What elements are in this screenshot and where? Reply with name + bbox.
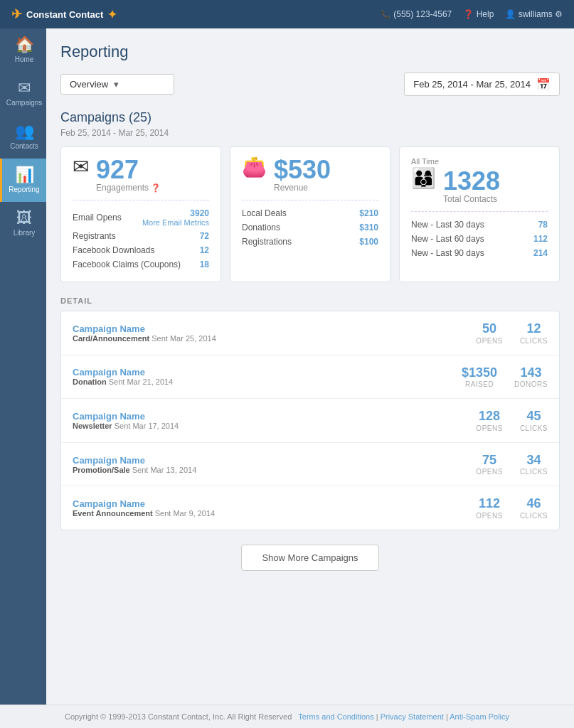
date-range-value: Feb 25, 2014 - Mar 25, 2014 (413, 79, 531, 90)
chevron-down-icon: ▾ (114, 79, 119, 90)
campaign-name-3[interactable]: Campaign Name (73, 455, 196, 466)
campaign-stat-clicks-3: 34 CLICKS (520, 453, 548, 476)
sidebar-item-library[interactable]: 🖼 Library (0, 202, 46, 245)
campaigns-icon: ✉ (18, 80, 31, 96)
logo: ✈ Constant Contact ✦ (11, 6, 117, 22)
main-content: Reporting Overview ▾ Feb 25, 2014 - Mar … (46, 28, 574, 705)
sidebar-label-reporting: Reporting (9, 186, 39, 193)
show-more-wrap: Show More Campaigns (60, 530, 560, 585)
contacts-icon: 👥 (15, 124, 34, 139)
campaign-stat-raised-1: $1350 RAISED (462, 365, 497, 389)
stat-row-local-deals: Local Deals $210 (242, 206, 378, 220)
stat-row-email-opens: Email Opens 3920 More Email Metrics (73, 206, 209, 229)
terms-link[interactable]: Terms and Conditions (298, 712, 373, 721)
stat-row-donations: Donations $310 (242, 220, 378, 235)
header: ✈ Constant Contact ✦ (555) 123-4567 ❓ He… (0, 0, 574, 28)
campaign-stats-1: $1350 RAISED 143 DONORS (462, 365, 548, 389)
campaign-stat-opens-0: 50 OPENS (476, 321, 503, 345)
campaign-stats-4: 112 OPENS 46 CLICKS (476, 496, 548, 520)
revenue-header: 👛 $530 Revenue (242, 157, 378, 193)
toolbar-row: Overview ▾ Feb 25, 2014 - Mar 25, 2014 📅 (60, 73, 560, 96)
stat-card-revenue: 👛 $530 Revenue Local Deals $210 Donation… (230, 146, 390, 282)
header-right: (555) 123-4567 ❓ Help 👤 swilliams ⚙ (381, 9, 563, 19)
sidebar-label-campaigns: Campaigns (6, 99, 43, 107)
stat-row-new-60: New - Last 60 days 112 (411, 232, 548, 246)
campaign-stat-opens-2: 128 OPENS (476, 409, 503, 432)
date-range-picker[interactable]: Feb 25, 2014 - Mar 25, 2014 📅 (404, 73, 560, 96)
sidebar-item-reporting[interactable]: 📊 Reporting (0, 159, 46, 202)
page-title: Reporting (60, 43, 560, 61)
user-icon: 👤 (505, 9, 516, 19)
sidebar-label-home: Home (15, 55, 34, 63)
engagements-number: 927 (96, 157, 161, 183)
campaign-info-2: Campaign Name Newsletter Sent Mar 17, 20… (73, 411, 179, 430)
stat-row-new-90: New - Last 90 days 214 (411, 246, 548, 260)
dropdown-value: Overview (70, 79, 108, 90)
contacts-header: 👨‍👩‍👦 1328 Total Contacts (411, 168, 548, 204)
campaign-row-4[interactable]: Campaign Name Event Announcement Sent Ma… (61, 486, 559, 530)
more-email-metrics-link[interactable]: More Email Metrics (142, 218, 209, 227)
stats-row: ✉ 927 Engagements ❓ Email Opens 3920 Mo (60, 146, 560, 282)
campaign-row-1[interactable]: Campaign Name Donation Sent Mar 21, 2014… (61, 355, 559, 400)
logo-tagline: ✦ (107, 8, 117, 21)
contacts-number: 1328 (443, 168, 500, 194)
campaigns-title: Campaigns (25) (60, 110, 560, 125)
antispam-link[interactable]: Anti-Spam Policy (450, 712, 509, 721)
stat-row-registrants: Registrants 72 (73, 229, 209, 243)
stat-card-contacts: All Time 👨‍👩‍👦 1328 Total Contacts New -… (399, 146, 560, 282)
stat-row-new-30: New - Last 30 days 78 (411, 218, 548, 232)
sidebar-item-home[interactable]: 🏠 Home (0, 28, 46, 72)
campaign-stat-clicks-0: 12 CLICKS (520, 321, 548, 345)
campaign-name-2[interactable]: Campaign Name (73, 411, 179, 422)
campaign-row-2[interactable]: Campaign Name Newsletter Sent Mar 17, 20… (61, 399, 559, 443)
campaign-stat-opens-4: 112 OPENS (476, 496, 503, 520)
privacy-link[interactable]: Privacy Statement (381, 712, 444, 721)
campaign-info-0: Campaign Name Card/Announcement Sent Mar… (73, 323, 216, 343)
sidebar-item-contacts[interactable]: 👥 Contacts (0, 115, 46, 159)
view-dropdown[interactable]: Overview ▾ (60, 74, 174, 95)
sidebar-item-campaigns[interactable]: ✉ Campaigns (0, 72, 46, 115)
campaign-name-0[interactable]: Campaign Name (73, 323, 216, 334)
stat-row-registrations: Registrations $100 (242, 235, 378, 249)
campaign-meta-2: Newsletter Sent Mar 17, 2014 (73, 422, 179, 430)
campaign-name-1[interactable]: Campaign Name (73, 367, 173, 378)
help-icon: ❓ (463, 9, 474, 19)
revenue-label: Revenue (274, 183, 331, 193)
detail-label: DETAIL (60, 296, 560, 305)
contacts-label: Total Contacts (443, 194, 500, 204)
engagements-label: Engagements ❓ (96, 183, 161, 193)
campaign-list: Campaign Name Card/Announcement Sent Mar… (60, 311, 560, 530)
library-icon: 🖼 (16, 210, 32, 226)
campaign-stats-3: 75 OPENS 34 CLICKS (476, 453, 548, 476)
stat-row-fb-claims: Facebook Claims (Coupons) 18 (73, 257, 209, 272)
campaign-meta-3: Promotion/Sale Sent Mar 13, 2014 (73, 466, 196, 474)
engagements-header: ✉ 927 Engagements ❓ (73, 157, 209, 193)
logo-text: Constant Contact (26, 9, 103, 20)
campaign-meta-0: Card/Announcement Sent Mar 25, 2014 (73, 334, 216, 343)
campaigns-section-header: Campaigns (25) (60, 110, 560, 125)
sidebar-label-library: Library (14, 229, 36, 237)
alltime-label: All Time (411, 157, 548, 166)
footer: Copyright © 1999-2013 Constant Contact, … (0, 705, 574, 728)
user-menu[interactable]: 👤 swilliams ⚙ (505, 9, 563, 19)
stat-card-engagements: ✉ 927 Engagements ❓ Email Opens 3920 Mo (60, 146, 221, 282)
help-circle-icon[interactable]: ❓ (151, 183, 161, 192)
app-body: 🏠 Home ✉ Campaigns 👥 Contacts 📊 Reportin… (0, 28, 574, 705)
show-more-button[interactable]: Show More Campaigns (241, 545, 378, 571)
campaign-row-3[interactable]: Campaign Name Promotion/Sale Sent Mar 13… (61, 443, 559, 487)
campaign-info-1: Campaign Name Donation Sent Mar 21, 2014 (73, 367, 173, 386)
campaign-row-0[interactable]: Campaign Name Card/Announcement Sent Mar… (61, 311, 559, 355)
logo-icon: ✈ (11, 6, 22, 22)
campaign-name-4[interactable]: Campaign Name (73, 498, 215, 509)
campaign-meta-4: Event Announcement Sent Mar 9, 2014 (73, 509, 215, 518)
campaign-stat-clicks-4: 46 CLICKS (520, 496, 548, 520)
mail-icon: ✉ (73, 157, 89, 177)
stat-row-fb-downloads: Facebook Downloads 12 (73, 243, 209, 257)
wallet-icon: 👛 (242, 157, 267, 177)
calendar-icon: 📅 (536, 77, 551, 91)
campaign-stats-0: 50 OPENS 12 CLICKS (476, 321, 548, 345)
help-link[interactable]: ❓ Help (463, 9, 494, 19)
campaign-info-3: Campaign Name Promotion/Sale Sent Mar 13… (73, 455, 196, 474)
revenue-number: $530 (274, 157, 331, 183)
campaign-stat-clicks-2: 45 CLICKS (520, 409, 548, 432)
